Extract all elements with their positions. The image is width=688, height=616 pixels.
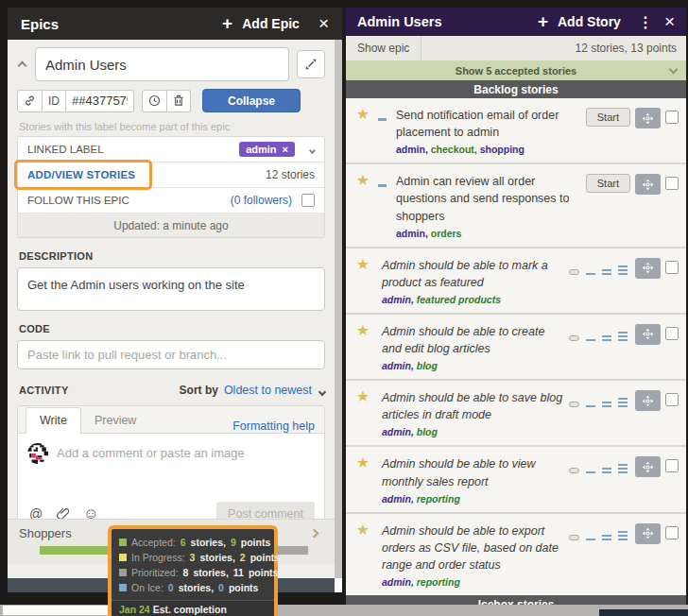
formatting-help-link[interactable]: Formatting help <box>232 419 324 433</box>
star-icon[interactable]: ★ <box>353 323 372 371</box>
description-textarea[interactable]: Get the Admin users working on the site <box>17 267 325 311</box>
story-checkbox[interactable] <box>665 459 679 472</box>
star-icon[interactable]: ★ <box>353 257 372 305</box>
estimate-2-button[interactable] <box>602 262 611 275</box>
story-label[interactable]: admin, <box>382 294 414 305</box>
focus-story-button[interactable] <box>635 456 661 477</box>
story-row[interactable]: ★ Admin should be able to save blog arti… <box>346 381 686 445</box>
delete-button[interactable] <box>167 90 191 112</box>
show-epic-button[interactable]: Show epic <box>346 36 421 60</box>
followers-link[interactable]: (0 followers) <box>231 194 292 207</box>
story-label[interactable]: admin, <box>382 576 414 588</box>
follow-checkbox[interactable] <box>301 194 315 207</box>
focus-story-button[interactable] <box>635 390 661 411</box>
story-label[interactable]: reporting <box>417 493 460 505</box>
left-panel-scrollbar[interactable] <box>335 40 342 592</box>
story-label[interactable]: admin, <box>382 360 414 371</box>
story-row[interactable]: ★ Admin should be able to mark a product… <box>346 248 686 313</box>
comment-input[interactable]: Add a comment or paste an image <box>18 434 324 496</box>
story-row[interactable]: ★ Send notification email of order place… <box>346 98 686 163</box>
story-checkbox[interactable] <box>665 111 679 124</box>
sort-order-dropdown[interactable]: Oldest to newest <box>224 384 312 397</box>
story-checkbox[interactable] <box>665 327 679 340</box>
start-story-button[interactable]: Start <box>586 108 630 127</box>
estimate-0-button[interactable] <box>569 527 579 540</box>
copy-link-button[interactable] <box>17 90 43 112</box>
star-icon[interactable]: ★ <box>353 173 372 238</box>
collapse-button[interactable]: Collapse <box>202 89 301 112</box>
story-label[interactable]: orders <box>431 228 462 239</box>
add-epic-button[interactable]: Add Epic <box>242 16 300 31</box>
kebab-menu-icon[interactable]: ⋮ <box>638 13 653 31</box>
epic-id-input[interactable] <box>66 90 134 112</box>
add-view-stories-link[interactable]: ADD/VIEW STORIES <box>27 169 135 180</box>
chevron-right-icon[interactable] <box>310 529 319 539</box>
story-label[interactable]: checkout, <box>431 144 477 155</box>
story-label[interactable]: admin, <box>396 228 428 239</box>
estimate-0-button[interactable] <box>569 262 579 275</box>
tooltip-points-count: 2 <box>240 550 246 565</box>
collapse-epic-chevron-icon[interactable] <box>17 52 27 77</box>
estimate-2-button[interactable] <box>602 328 611 341</box>
estimate-1-button[interactable] <box>586 262 595 275</box>
show-accepted-stories-bar[interactable]: Show 5 accepted stories <box>346 60 686 80</box>
focus-story-button[interactable] <box>635 258 661 279</box>
history-button[interactable] <box>142 90 167 112</box>
expand-panel-button[interactable] <box>297 50 325 78</box>
epic-title-input[interactable] <box>35 47 289 81</box>
scrollbar-thumb[interactable] <box>335 578 342 592</box>
plus-icon[interactable]: + <box>538 11 548 32</box>
estimate-3-button[interactable] <box>618 394 628 407</box>
estimate-0-button[interactable] <box>569 460 579 473</box>
sort-chevron-icon[interactable] <box>319 382 325 399</box>
estimate-3-button[interactable] <box>618 460 628 473</box>
estimate-1-button[interactable] <box>586 394 595 407</box>
star-icon[interactable]: ★ <box>353 107 372 155</box>
focus-story-button[interactable] <box>635 523 661 544</box>
close-icon[interactable]: × <box>664 11 675 32</box>
story-row[interactable]: ★ Admin should be able to create and edi… <box>346 315 686 379</box>
story-label[interactable]: blog <box>417 426 438 437</box>
estimate-3-button[interactable] <box>618 262 628 275</box>
estimate-1-button[interactable] <box>586 527 595 540</box>
story-row[interactable]: ★ Admin should be able to export orders … <box>346 514 686 595</box>
story-label[interactable]: admin, <box>382 426 414 437</box>
story-label[interactable]: reporting <box>417 576 460 588</box>
start-story-button[interactable]: Start <box>586 174 630 193</box>
label-dropdown-chevron-icon[interactable] <box>310 144 315 155</box>
story-label[interactable]: featured products <box>417 294 501 305</box>
tab-preview[interactable]: Preview <box>81 408 149 433</box>
story-row[interactable]: ★ Admin can review all order questions a… <box>346 164 686 246</box>
story-label[interactable]: blog <box>417 360 438 371</box>
estimate-3-button[interactable] <box>618 328 628 341</box>
code-input[interactable] <box>17 340 325 369</box>
estimate-2-button[interactable] <box>602 460 611 473</box>
tab-write[interactable]: Write <box>26 407 81 434</box>
star-icon[interactable]: ★ <box>353 455 372 504</box>
estimate-0-button[interactable] <box>569 328 579 341</box>
plus-icon[interactable]: + <box>222 13 232 34</box>
remove-label-icon[interactable]: × <box>283 144 288 155</box>
close-icon[interactable]: × <box>318 13 329 34</box>
focus-story-button[interactable] <box>635 324 661 345</box>
story-label[interactable]: admin, <box>396 144 428 155</box>
estimate-0-button[interactable] <box>569 394 579 407</box>
story-row[interactable]: ★ Admin should be able to view monthly s… <box>346 447 686 511</box>
estimate-1-button[interactable] <box>586 328 595 341</box>
estimate-2-button[interactable] <box>602 394 611 407</box>
story-label[interactable]: shopping <box>480 144 525 155</box>
story-checkbox[interactable] <box>665 177 679 190</box>
story-checkbox[interactable] <box>665 393 679 406</box>
add-story-button[interactable]: Add Story <box>558 14 621 29</box>
label-chip-admin[interactable]: admin × <box>239 142 295 157</box>
estimate-3-button[interactable] <box>618 527 628 540</box>
estimate-2-button[interactable] <box>602 527 611 540</box>
estimate-1-button[interactable] <box>586 460 595 473</box>
story-label[interactable]: admin, <box>382 493 414 505</box>
star-icon[interactable]: ★ <box>353 522 372 588</box>
focus-story-button[interactable] <box>635 174 661 195</box>
focus-story-button[interactable] <box>635 108 661 128</box>
star-icon[interactable]: ★ <box>353 389 372 437</box>
story-checkbox[interactable] <box>665 261 679 274</box>
story-checkbox[interactable] <box>665 526 679 539</box>
